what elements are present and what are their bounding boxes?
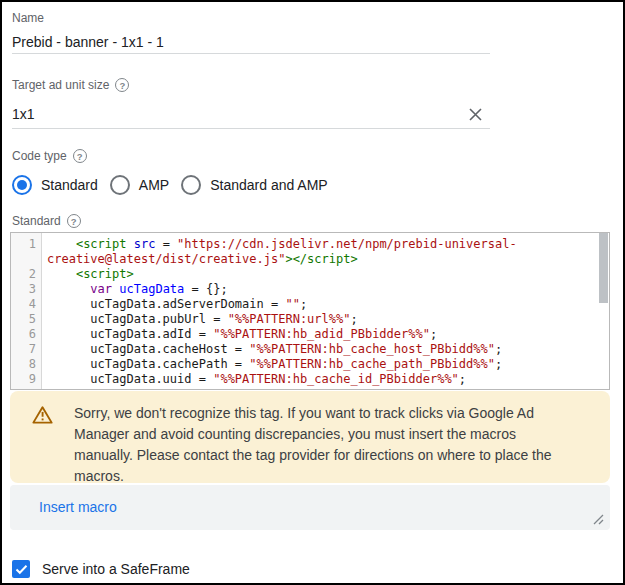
radio-unselected-icon bbox=[110, 175, 130, 195]
safeframe-label: Serve into a SafeFrame bbox=[42, 561, 190, 577]
code-editor[interactable]: 123456789 <script src = "https://cdn.jsd… bbox=[10, 232, 610, 390]
size-underline bbox=[12, 128, 490, 129]
code-type-radio-group: StandardAMPStandard and AMP bbox=[12, 174, 623, 196]
help-icon[interactable]: ? bbox=[67, 214, 81, 228]
code-content[interactable]: <script src = "https://cdn.jsdelivr.net/… bbox=[42, 233, 609, 389]
safeframe-row: Serve into a SafeFrame bbox=[12, 559, 623, 579]
line-numbers-gutter: 123456789 bbox=[11, 233, 42, 389]
radio-option-standard[interactable]: Standard bbox=[12, 175, 98, 195]
target-ad-unit-size-input[interactable]: 1x1 bbox=[12, 106, 490, 123]
line-number: 7 bbox=[11, 342, 41, 357]
radio-selected-icon bbox=[12, 175, 32, 195]
line-number: 2 bbox=[11, 267, 41, 282]
warning-triangle-icon bbox=[32, 405, 53, 424]
code-line[interactable]: ucTagData.adServerDomain = ""; bbox=[47, 297, 599, 312]
help-icon[interactable]: ? bbox=[73, 149, 87, 163]
line-number: 6 bbox=[11, 327, 41, 342]
line-number: 5 bbox=[11, 312, 41, 327]
code-type-label: Code type bbox=[12, 148, 67, 164]
name-input[interactable]: Prebid - banner - 1x1 - 1 bbox=[12, 34, 623, 50]
code-line[interactable]: ucTagData.cacheHost = "%%PATTERN:hb_cach… bbox=[47, 342, 599, 357]
checkmark-icon bbox=[15, 564, 28, 575]
radio-label: Standard and AMP bbox=[210, 177, 328, 193]
target-ad-unit-size-label: Target ad unit size bbox=[12, 77, 109, 93]
standard-section-label: Standard bbox=[12, 213, 61, 229]
size-value-text: 1x1 bbox=[12, 106, 35, 122]
warning-message: Sorry, we don't recognize this tag. If y… bbox=[74, 400, 598, 487]
radio-label: Standard bbox=[41, 177, 98, 193]
line-number: 9 bbox=[11, 372, 41, 387]
safeframe-checkbox[interactable] bbox=[12, 560, 30, 578]
name-label: Name bbox=[12, 11, 623, 25]
code-line[interactable]: <script src = "https://cdn.jsdelivr.net/… bbox=[47, 237, 599, 267]
line-number: 8 bbox=[11, 357, 41, 372]
insert-macro-link[interactable]: Insert macro bbox=[39, 499, 117, 515]
clear-icon[interactable] bbox=[467, 106, 484, 123]
tag-warning-banner: Sorry, we don't recognize this tag. If y… bbox=[10, 391, 610, 483]
scrollbar-thumb[interactable] bbox=[599, 233, 608, 303]
editor-footer: Insert macro bbox=[10, 485, 610, 530]
radio-unselected-icon bbox=[181, 175, 201, 195]
code-line[interactable]: var ucTagData = {}; bbox=[47, 282, 599, 297]
code-line[interactable]: ucTagData.adId = "%%PATTERN:hb_adid_PBbi… bbox=[47, 327, 599, 342]
radio-option-amp[interactable]: AMP bbox=[110, 175, 169, 195]
resize-handle-icon[interactable] bbox=[592, 513, 604, 525]
creative-form: Name Prebid - banner - 1x1 - 1 Target ad… bbox=[2, 11, 623, 579]
line-number: 3 bbox=[11, 282, 41, 297]
code-line[interactable]: ucTagData.pubUrl = "%%PATTERN:url%%"; bbox=[47, 312, 599, 327]
radio-label: AMP bbox=[139, 177, 169, 193]
name-underline bbox=[12, 53, 490, 54]
radio-option-standard-and-amp[interactable]: Standard and AMP bbox=[181, 175, 328, 195]
code-line[interactable]: ucTagData.uuid = "%%PATTERN:hb_cache_id_… bbox=[47, 372, 599, 387]
code-line[interactable]: <script> bbox=[47, 267, 599, 282]
line-number: 4 bbox=[11, 297, 41, 312]
line-number: 1 bbox=[11, 237, 41, 267]
code-line[interactable]: ucTagData.cachePath = "%%PATTERN:hb_cach… bbox=[47, 357, 599, 372]
help-icon[interactable]: ? bbox=[115, 78, 129, 92]
